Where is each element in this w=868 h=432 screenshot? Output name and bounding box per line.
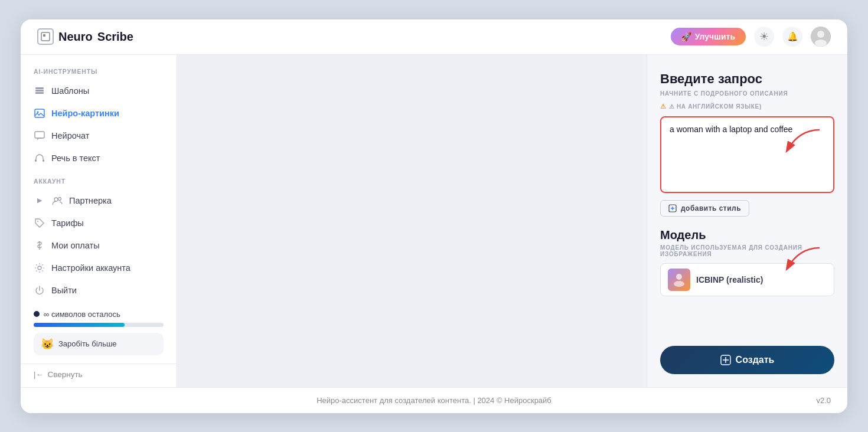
sidebar-bottom: ∞ символов осталось 😺 Заробіть більше <box>21 302 177 360</box>
create-button[interactable]: Создать <box>660 346 834 374</box>
sidebar-label-logout: Выйти <box>51 286 77 295</box>
chat-icon <box>34 130 45 142</box>
model-thumbnail <box>668 269 690 291</box>
sidebar-item-speech[interactable]: Речь в текст <box>21 147 177 169</box>
footer-center-text: Нейро-ассистент для создателей контента.… <box>316 396 552 405</box>
theme-toggle[interactable]: ☀ <box>754 27 774 47</box>
symbols-info: ∞ символов осталось <box>34 310 164 319</box>
sidebar-label-templates: Шаблоны <box>51 86 89 96</box>
notifications-button[interactable]: 🔔 <box>782 27 802 47</box>
tag-icon <box>34 217 45 229</box>
collapse-button[interactable]: |← Свернуть <box>21 364 177 387</box>
svg-rect-7 <box>35 87 44 89</box>
progress-bar-fill <box>34 323 125 327</box>
sun-icon: ☀ <box>759 30 769 43</box>
subtitle-warning-text: ⚠ НА АНГЛИЙСКОМ ЯЗЫКЕ) <box>669 103 762 110</box>
sidebar-item-settings[interactable]: Настройки аккаунта <box>21 257 177 279</box>
svg-point-13 <box>54 198 58 201</box>
upgrade-button[interactable]: 🚀 Улучшить <box>671 28 746 45</box>
footer-version: v2.0 <box>816 396 831 405</box>
header-right: 🚀 Улучшить ☀ 🔔 <box>671 27 831 47</box>
logo-scribe: Scribe <box>97 30 133 44</box>
footer: Нейро-ассистент для создателей контента.… <box>21 387 847 413</box>
dot-indicator <box>34 311 40 317</box>
avatar[interactable] <box>811 27 831 47</box>
add-style-button[interactable]: добавить стиль <box>660 200 749 217</box>
headphones-icon <box>34 152 45 164</box>
sidebar-item-neurochat[interactable]: Нейрочат <box>21 125 177 147</box>
collapse-icon: |← <box>34 370 43 379</box>
right-panel: Введите запрос НАЧНИТЕ С ПОДРОБНОГО ОПИС… <box>647 55 847 387</box>
layers-icon <box>34 85 45 97</box>
user-card-label: Заробіть більше <box>58 339 117 348</box>
svg-point-20 <box>674 281 684 287</box>
dollar-icon <box>34 240 45 251</box>
collapse-label: Свернуть <box>47 370 82 379</box>
power-icon <box>34 284 45 296</box>
image-icon <box>34 107 45 119</box>
svg-point-14 <box>58 197 61 200</box>
svg-rect-10 <box>35 132 44 138</box>
symbols-label: ∞ символов осталось <box>44 310 120 319</box>
sidebar-section-account: АККАУНТ <box>21 178 177 189</box>
svg-point-3 <box>817 31 824 38</box>
sidebar: AI-ИНСТРУМЕНТЫ Шаблоны Нейро-картинки <box>21 55 177 387</box>
sidebar-item-templates[interactable]: Шаблоны <box>21 80 177 102</box>
svg-rect-5 <box>35 92 44 94</box>
main-body: AI-ИНСТРУМЕНТЫ Шаблоны Нейро-картинки <box>21 55 847 387</box>
sidebar-label-settings: Настройки аккаунта <box>51 263 130 273</box>
panel-title: Введите запрос <box>660 71 834 87</box>
header: NeuroScribe 🚀 Улучшить ☀ 🔔 <box>21 19 847 55</box>
app-window: NeuroScribe 🚀 Улучшить ☀ 🔔 AI-ИНСТРУМЕНТ… <box>21 19 847 413</box>
logo-neuro: Neuro <box>58 30 93 44</box>
svg-point-4 <box>815 40 827 47</box>
svg-point-9 <box>37 111 39 113</box>
prompt-textarea[interactable] <box>660 116 834 193</box>
model-title: Модель <box>660 228 834 242</box>
sidebar-label-partner: Партнерка <box>69 196 112 205</box>
model-subtitle: МОДЕЛЬ ИСПОЛЬЗУЕМАЯ ДЛЯ СОЗДАНИЯ ИЗОБРАЖ… <box>660 244 834 257</box>
progress-bar-bg <box>34 323 164 327</box>
svg-point-16 <box>38 266 41 270</box>
svg-rect-8 <box>35 109 44 117</box>
rocket-icon: 🚀 <box>681 32 691 41</box>
model-select[interactable]: ICBINP (realistic) <box>660 263 834 296</box>
sidebar-item-neuro-images[interactable]: Нейро-картинки <box>21 102 177 125</box>
bell-icon: 🔔 <box>787 31 798 42</box>
sidebar-label-neuro-images: Нейро-картинки <box>51 109 119 118</box>
sidebar-item-partner[interactable]: ▶ Партнерка <box>21 189 177 212</box>
svg-rect-12 <box>43 159 44 162</box>
panel-subtitle-text: НАЧНИТЕ С ПОДРОБНОГО ОПИСАНИЯ <box>660 90 788 97</box>
user-card[interactable]: 😺 Заробіть більше <box>34 333 164 355</box>
logo-icon <box>37 28 54 45</box>
svg-point-15 <box>37 221 38 222</box>
svg-rect-1 <box>43 34 45 37</box>
settings-icon <box>34 262 45 274</box>
chevron-right-icon: ▶ <box>34 195 45 207</box>
svg-rect-11 <box>35 159 37 162</box>
svg-rect-0 <box>41 32 50 41</box>
add-style-label: добавить стиль <box>681 204 741 212</box>
content-area <box>177 55 647 387</box>
svg-point-19 <box>676 274 682 280</box>
sidebar-item-payments[interactable]: Мои оплаты <box>21 234 177 257</box>
warning-icon: ⚠ <box>660 103 667 110</box>
sidebar-label-speech: Речь в текст <box>51 153 100 163</box>
sidebar-label-neurochat: Нейрочат <box>51 131 89 140</box>
svg-rect-6 <box>35 90 44 91</box>
create-label: Создать <box>736 355 775 365</box>
sidebar-label-payments: Мои оплаты <box>51 241 100 250</box>
sidebar-label-tariffs: Тарифы <box>51 218 84 228</box>
model-name-label: ICBINP (realistic) <box>696 275 763 284</box>
panel-subtitle-warning: ⚠ ⚠ НА АНГЛИЙСКОМ ЯЗЫКЕ) <box>660 103 834 110</box>
sidebar-item-tariffs[interactable]: Тарифы <box>21 212 177 234</box>
panel-subtitle: НАЧНИТЕ С ПОДРОБНОГО ОПИСАНИЯ <box>660 90 834 97</box>
logo: NeuroScribe <box>37 28 133 45</box>
upgrade-label: Улучшить <box>695 32 735 41</box>
sidebar-section-ai: AI-ИНСТРУМЕНТЫ <box>21 68 177 80</box>
users-icon <box>51 195 63 207</box>
sidebar-item-logout[interactable]: Выйти <box>21 279 177 302</box>
